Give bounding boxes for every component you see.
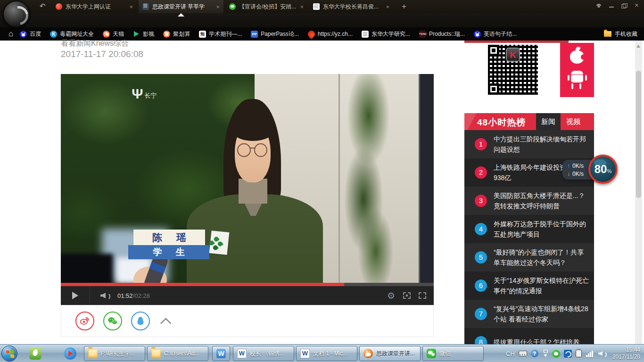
hot-tab-video[interactable]: 视频	[561, 113, 586, 130]
screen: ↶ 东华大学上网认证 × 思政课堂开讲 莘莘学 × 【宣讲会/校招】安踏... …	[0, 0, 644, 362]
volume-tray-icon[interactable]	[598, 350, 607, 357]
hot-tab-news[interactable]: 新闻	[536, 113, 561, 130]
pps-player-icon[interactable]	[64, 347, 76, 360]
video-progress-fill	[61, 283, 344, 286]
tab-label: 东华大学校长蒋昌俊...	[323, 3, 379, 11]
play-icon	[133, 31, 140, 38]
hot-list-item[interactable]: 5 “最好骑”的小蓝也倒闭了！共享单车能熬过这个冬天吗？	[464, 243, 594, 272]
restore-icon[interactable]	[621, 3, 627, 8]
video-player: Ψ 长宁 陈 瑶 学 生 01:52/02:28 ⚙	[61, 74, 434, 305]
taskbar-window-wechat[interactable]: 微信	[422, 346, 484, 361]
browser-logo[interactable]	[3, 0, 30, 28]
scrollbar-up-icon[interactable]	[636, 43, 640, 48]
video-frame[interactable]: Ψ 长宁 陈 瑶 学 生	[61, 74, 434, 283]
play-icon	[72, 292, 78, 299]
share-weibo-button[interactable]	[75, 312, 94, 330]
hot-list-item[interactable]: 7 “复兴号”高速动车组新增4条线28个站 看看经过你家	[464, 300, 594, 328]
help-ball-icon[interactable]: ?	[531, 350, 538, 357]
tab-close-icon[interactable]: ×	[300, 3, 304, 10]
home-icon[interactable]: ⌂	[8, 29, 13, 39]
rank-badge: 2	[475, 166, 487, 179]
scrollbar[interactable]	[635, 41, 642, 344]
video-progress-bar[interactable]	[61, 283, 434, 286]
hot-list-item[interactable]: 6 关于“14岁俄罗斯女模特在沪死亡事件”的情况通报	[464, 272, 594, 300]
system-tray: CH ? 15:44 2017/11/20	[506, 345, 644, 362]
taskbar-window-browser[interactable]: 思政课堂开讲...	[359, 346, 421, 361]
settings-icon[interactable]: ⚙	[387, 291, 395, 300]
bookmark-products[interactable]: TENCProducts::瑞...	[419, 30, 465, 38]
hot-list-item[interactable]: 3 美国防部五角大楼手滑还是...？竟转发推文呼吁特朗普	[464, 187, 594, 215]
keyboard-icon[interactable]	[519, 351, 527, 356]
hot-list-item[interactable]: 4 外媒称万达急于脱手位于国外的五处房地产项目	[464, 215, 594, 243]
share-qq-button[interactable]	[131, 312, 150, 330]
bookmark-baidu[interactable]: 百度	[20, 30, 41, 38]
qr-code: K	[488, 45, 538, 95]
minimize-icon[interactable]	[608, 3, 615, 8]
hot-list-item[interactable]: 1 中方提出三阶段解决缅甸若开邦问题设想	[464, 130, 594, 158]
flame-icon	[306, 29, 316, 39]
app-download-panel	[560, 43, 594, 97]
tab-xuanjianghui[interactable]: 【宣讲会/校招】安踏... ×	[225, 0, 307, 13]
bookmark-folder-mobile[interactable]: 手机收藏	[604, 30, 637, 38]
play-button[interactable]	[61, 286, 90, 305]
kankanews-logo: K	[506, 48, 520, 62]
theater-mode-icon[interactable]	[403, 292, 411, 299]
share-wechat-button[interactable]	[103, 312, 122, 330]
taskbar-window-folder-c[interactable]: C:\Users\Ad...	[147, 346, 208, 361]
bookmark-paperpass[interactable]: PPPaperPass论...	[251, 30, 299, 38]
active-tab-notch	[178, 10, 184, 16]
hot-list-header: 48小时热榜 新闻 视频	[464, 113, 594, 130]
taskbar-window-word-2[interactable]: 文档 1 - Mic...	[296, 346, 357, 361]
memory-usage-ball[interactable]: 80 %	[588, 155, 618, 184]
language-indicator[interactable]: CH	[506, 350, 515, 357]
close-icon[interactable]	[634, 3, 640, 8]
qr-card: K	[466, 43, 560, 97]
bookmark-yz[interactable]: https://yz.ch...	[308, 31, 353, 38]
rank-badge: 5	[475, 251, 487, 263]
word-icon	[237, 349, 247, 358]
hot-list-item[interactable]: 8 提拔重用什么干部？怎样培养	[464, 328, 594, 344]
show-hidden-icons[interactable]	[543, 350, 548, 357]
scrollbar-thumb[interactable]	[636, 71, 641, 198]
tab-close-icon[interactable]: ×	[216, 3, 220, 10]
address-bar: ‹ www.kankanews.com/a/2017-11-17/0018229…	[0, 13, 644, 27]
sync-tray-icon[interactable]	[564, 350, 572, 358]
tab-close-icon[interactable]: ×	[386, 3, 389, 10]
tab-xiaozhang[interactable]: 东华大学校长蒋昌俊... ×	[309, 0, 393, 13]
bookmark-tmall[interactable]: 淘天猫	[103, 30, 124, 38]
weibo-icon	[79, 315, 91, 327]
baidu-icon	[474, 31, 481, 38]
taskbar-window-folder-f[interactable]: F:\研究生学...	[84, 346, 145, 361]
station-logo	[209, 230, 230, 255]
tab-favicon-wechat	[229, 3, 236, 10]
tab-donghua-auth[interactable]: 东华大学上网认证 ×	[52, 0, 137, 13]
clock[interactable]: 15:44 2017/11/20	[612, 346, 640, 361]
android-icon[interactable]	[571, 75, 583, 82]
bookmark-video[interactable]: 影视	[133, 30, 154, 38]
apple-icon[interactable]	[570, 50, 584, 64]
fullscreen-icon[interactable]	[419, 292, 426, 299]
bookmark-journal[interactable]: 知学术期刊—...	[199, 30, 242, 38]
tao-icon: 淘	[103, 31, 110, 38]
volume-icon[interactable]	[100, 292, 110, 299]
rank-badge: 3	[475, 195, 487, 207]
bookmark-donghua-grad[interactable]: 东华大学研究...	[362, 30, 410, 38]
network-signal-icon[interactable]	[586, 350, 594, 357]
taskbar-window-wps[interactable]: W	[212, 346, 230, 361]
skin-icon[interactable]	[595, 3, 602, 8]
article-timestamp: 2017-11-17 20:06:08	[61, 49, 143, 59]
taskbar-window-word-1[interactable]: 校长 《锦绣...	[233, 346, 294, 361]
new-tab-button[interactable]: +	[398, 1, 410, 12]
start-button[interactable]	[1, 346, 17, 362]
wechat-tray-icon[interactable]	[552, 350, 560, 358]
bookmark-duba[interactable]: K毒霸网址大全	[50, 30, 94, 38]
tab-close-icon[interactable]: ×	[129, 3, 133, 10]
bookmark-juhuasuan[interactable]: 聚聚划算	[163, 30, 190, 38]
clipboard-tray-icon[interactable]	[576, 350, 582, 357]
bookmark-english[interactable]: 英语句子结...	[474, 30, 517, 38]
wechat-icon	[107, 315, 118, 327]
coreldraw-icon[interactable]	[29, 347, 41, 360]
collapse-chevron-icon[interactable]	[160, 317, 172, 329]
tab-back-icon[interactable]: ↶	[40, 2, 46, 10]
share-bar	[61, 305, 434, 337]
